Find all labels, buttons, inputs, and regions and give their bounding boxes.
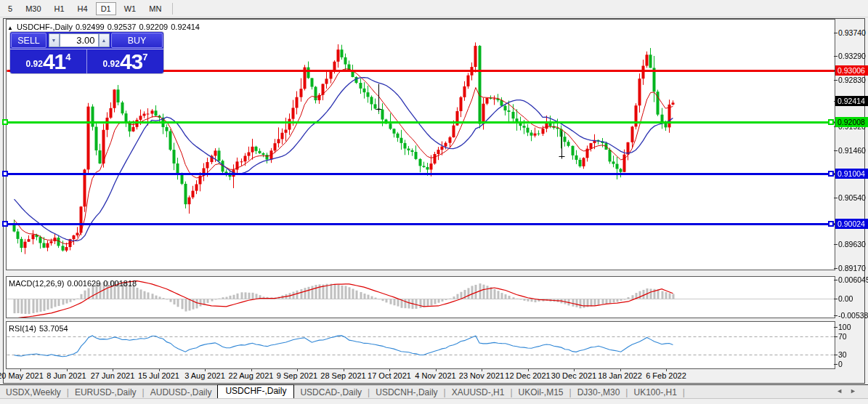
price-badge-0.93006: 0.93006 xyxy=(835,65,868,76)
macd-axis-label: -0.005383 xyxy=(838,311,868,320)
symbol-tab-xauusd-h1[interactable]: XAUUSD-,H1 xyxy=(446,387,511,398)
timeframe-button-h4[interactable]: H4 xyxy=(73,2,93,15)
price-axis-label: 0.90540 xyxy=(838,193,866,202)
price-axis-tick xyxy=(834,198,837,198)
price-axis-label: 0.89170 xyxy=(838,264,866,272)
price-axis-label: 0.91460 xyxy=(838,146,866,155)
price-badge-0.92008: 0.92008 xyxy=(835,117,868,127)
hline-handle[interactable] xyxy=(2,119,8,125)
symbol-tab-usdchf-daily[interactable]: USDCHF-,Daily xyxy=(217,384,294,398)
tab-scroll-arrows[interactable]: ◄► xyxy=(836,387,864,395)
date-axis-label: 4 Nov 2021 xyxy=(415,371,455,380)
timeframe-button-mn[interactable]: MN xyxy=(144,2,166,15)
rsi-canvas[interactable] xyxy=(7,322,835,368)
hline-handle[interactable] xyxy=(2,221,8,227)
date-axis-tick xyxy=(666,369,667,371)
date-axis-label: 8 Jun 2021 xyxy=(46,371,86,380)
symbol-tab-usdcad-daily[interactable]: USDCAD-,Daily xyxy=(294,387,368,398)
price-axis-tick xyxy=(834,56,837,57)
price-axis-tick xyxy=(834,280,837,280)
rsi-label: RSI(14)53.7054 xyxy=(9,324,71,333)
rsi-name: RSI(14) xyxy=(9,324,36,333)
price-axis-tick xyxy=(834,315,837,316)
one-click-trade-panel: SELL ▼ 3.00 ▲ BUY 0.92 41 4 0.92 43 7 xyxy=(10,32,163,73)
sell-price-prefix: 0.92 xyxy=(26,59,43,69)
date-axis-label: 27 Jun 2021 xyxy=(91,371,135,380)
date-axis-label: 9 Sep 2021 xyxy=(277,371,317,380)
symbol-tab-uk100-h1[interactable]: UK100-,H1 xyxy=(628,387,682,398)
timeframe-button-w1[interactable]: W1 xyxy=(119,2,142,15)
toolbar-separator xyxy=(172,3,173,15)
price-axis-tick xyxy=(834,299,837,299)
symbol-tab-eurusd-daily[interactable]: EURUSD-,Daily xyxy=(69,387,142,398)
date-axis-tick xyxy=(389,369,390,371)
hline-handle[interactable] xyxy=(828,119,834,125)
sell-price-display[interactable]: 0.92 41 4 xyxy=(10,49,86,73)
sell-price-main: 41 xyxy=(43,52,65,71)
volume-decrease-button[interactable]: ▼ xyxy=(49,33,60,47)
timeframe-button-5[interactable]: 5 xyxy=(3,2,17,15)
symbol-tab-usdx-weekly[interactable]: USDX,Weekly xyxy=(0,387,67,398)
rsi-value: 53.7054 xyxy=(39,324,68,333)
ohlc-close: 0.92414 xyxy=(171,23,200,31)
collapse-arrow-icon[interactable]: ▲ xyxy=(7,25,13,31)
symbol-period-label: USDCHF-,Daily xyxy=(17,23,73,31)
rsi-axis-label: 30 xyxy=(838,350,847,359)
timeframe-button-d1[interactable]: D1 xyxy=(96,2,116,15)
status-strip xyxy=(0,398,868,404)
macd-name: MACD(12,26,9) xyxy=(9,279,64,288)
price-axis-tick xyxy=(834,355,837,355)
price-axis-label: 0.89630 xyxy=(838,240,866,249)
symbol-tab-audusd-daily[interactable]: AUDUSD-,Daily xyxy=(145,387,218,398)
price-axis-tick xyxy=(834,364,837,365)
sell-button[interactable]: SELL xyxy=(11,33,46,48)
date-axis-tick xyxy=(113,369,113,371)
price-axis-tick xyxy=(834,150,837,151)
price-badge-0.90024: 0.90024 xyxy=(835,219,868,229)
date-axis-label: 20 May 2021 xyxy=(0,371,44,380)
date-axis-label: 3 Aug 2021 xyxy=(184,371,225,380)
date-axis-label: 22 Aug 2021 xyxy=(229,371,274,380)
date-axis-label: 30 Dec 2021 xyxy=(551,371,596,380)
date-axis-tick xyxy=(574,369,575,371)
symbol-tab-bar: USDX,Weekly|EURUSD-,Daily|AUDUSD-,DailyU… xyxy=(0,384,868,399)
date-axis-tick xyxy=(251,369,252,371)
hline-handle[interactable] xyxy=(828,171,834,177)
volume-input[interactable]: 3.00 xyxy=(60,33,99,47)
buy-button[interactable]: BUY xyxy=(111,33,163,48)
symbol-tab-usdcnh-daily[interactable]: USDCNH-,Daily xyxy=(370,387,443,398)
date-axis-label: 12 Dec 2021 xyxy=(505,371,550,380)
symbol-tab-ukoil-m15[interactable]: UKOil-,M15 xyxy=(513,387,569,398)
macd-label: MACD(12,26,9)0.0016290.001818 xyxy=(9,279,139,288)
date-axis-tick xyxy=(67,369,68,371)
date-axis-tick xyxy=(297,369,298,371)
symbol-tab-dj30-m30[interactable]: DJ30-,M30 xyxy=(572,387,626,398)
ohlc-open: 0.92499 xyxy=(76,23,105,31)
date-axis-label: 23 Nov 2021 xyxy=(459,371,504,380)
buy-price-display[interactable]: 0.92 43 7 xyxy=(86,49,163,73)
date-axis-label: 18 Jan 2022 xyxy=(598,371,642,380)
date-axis-tick xyxy=(528,369,529,371)
trading-terminal: { "toolbar": { "timeframes": [ {"label":… xyxy=(0,0,868,404)
ohlc-low: 0.92209 xyxy=(139,23,168,31)
price-badge-0.92414: 0.92414 xyxy=(835,96,868,106)
hline-handle[interactable] xyxy=(828,221,834,227)
date-axis-label: 17 Oct 2021 xyxy=(368,371,411,380)
rsi-axis-label: 0 xyxy=(838,360,843,368)
macd-value-signal: 0.001818 xyxy=(103,279,137,288)
macd-axis-label: 0.00 xyxy=(838,294,853,303)
macd-axis-label: 0.006045 xyxy=(838,275,868,284)
price-axis-tick xyxy=(834,244,837,245)
date-axis-tick xyxy=(620,369,621,371)
price-axis-tick xyxy=(834,268,837,269)
date-axis-tick xyxy=(344,369,344,371)
buy-price-prefix: 0.92 xyxy=(103,59,120,69)
timeframe-button-h1[interactable]: H1 xyxy=(49,2,70,15)
timeframe-toolbar: 5M30H1H4D1W1MN xyxy=(0,0,868,17)
price-axis-tick xyxy=(834,33,837,33)
volume-increase-button[interactable]: ▲ xyxy=(99,33,110,47)
date-axis-label: 6 Feb 2022 xyxy=(646,371,686,380)
buy-price-pip: 7 xyxy=(142,52,147,62)
hline-handle[interactable] xyxy=(2,171,8,177)
timeframe-button-m30[interactable]: M30 xyxy=(20,2,46,15)
